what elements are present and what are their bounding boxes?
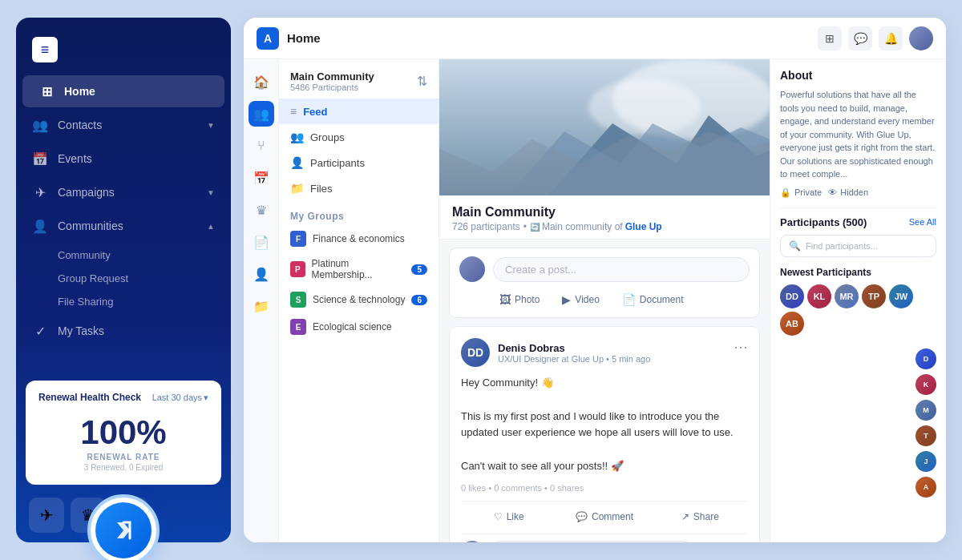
nav-label-campaigns: Campaigns (58, 186, 115, 199)
communities-icon: 👤 (32, 218, 48, 234)
ai-fab-button[interactable] (87, 494, 160, 560)
campaigns-arrow: ▼ (207, 188, 215, 197)
menu-item-groups[interactable]: 👥 Groups (279, 124, 439, 150)
right-avatar-5: J (916, 451, 936, 472)
logo-icon: ≡ (32, 37, 58, 62)
community-menu-toggle[interactable]: ⇅ (417, 74, 427, 89)
health-card-percent: 100% (38, 416, 208, 449)
topbar-chat-icon[interactable]: 💬 (848, 26, 872, 50)
avatar-3: MR (835, 284, 859, 308)
icon-nav-home[interactable]: 🏠 (249, 69, 274, 95)
topbar-actions: ⊞ 💬 🔔 (818, 26, 933, 50)
post-comment-btn[interactable]: 💬 Comment (556, 508, 652, 526)
nav-label-communities: Communities (58, 220, 123, 232)
sidebar-item-community[interactable]: Community (58, 244, 231, 267)
science-badge: 6 (411, 295, 427, 305)
post-document-btn[interactable]: 📄 Document (616, 290, 690, 309)
sidebar-item-campaigns[interactable]: ✈ Campaigns ▼ (16, 176, 231, 208)
community-info-bar: Main Community 726 participants • 🔄 Main… (439, 195, 770, 240)
about-section: About Powerful solutions that have all t… (780, 69, 936, 198)
post-create-placeholder[interactable]: Create a post... (493, 257, 750, 282)
sidebar-item-group-request[interactable]: Group Request (58, 267, 231, 290)
icon-navigation: 🏠 👥 ⑂ 📅 ♛ 📄 👤 📁 (244, 59, 279, 542)
comment-avatar (461, 541, 483, 542)
icon-nav-document[interactable]: 📄 (249, 229, 274, 255)
post-share-btn[interactable]: ↗ Share (653, 508, 748, 526)
topbar-bell-icon[interactable]: 🔔 (879, 26, 903, 50)
photo-icon: 🖼 (499, 293, 511, 306)
post-video-btn[interactable]: ▶ Video (556, 290, 605, 309)
comment-input-row: Write a comment... 😊 📷 📎 (461, 534, 748, 542)
participants-header: Participants (500) See All (780, 216, 936, 228)
post-action-buttons: 🖼 Photo ▶ Video 📄 Document (459, 290, 750, 309)
main-panel: A Home ⊞ 💬 🔔 🏠 👥 ⑂ 📅 ♛ 📄 👤 📁 Main Comm (244, 18, 946, 542)
group-item-science[interactable]: S Science & technology 6 (279, 286, 439, 313)
sidebar-item-home[interactable]: ⊞ Home (22, 75, 224, 107)
search-icon: 🔍 (789, 240, 801, 252)
icon-nav-branch[interactable]: ⑂ (249, 133, 274, 159)
hidden-icon: 👁 (828, 187, 837, 197)
avatar-2: KL (807, 284, 831, 308)
menu-item-files[interactable]: 📁 Files (279, 175, 439, 201)
health-card-sub-text: 3 Renewed, 0 Expired (38, 463, 208, 472)
group-item-platinum[interactable]: P Platinum Membership... 5 (279, 252, 439, 286)
post-footer: ♡ Like 💬 Comment ↗ Share (461, 501, 748, 526)
icon-nav-people[interactable]: 👤 (249, 261, 274, 287)
health-card-rate-label: RENEWAL RATE (38, 453, 208, 461)
home-icon: ⊞ (38, 83, 55, 99)
post-photo-btn[interactable]: 🖼 Photo (493, 290, 546, 309)
divider (780, 207, 936, 208)
newest-avatars: DD KL MR TP JW AB (780, 284, 936, 336)
left-community-menu: Main Community 5486 Participants ⇅ ≡ Fee… (279, 59, 439, 542)
post-create-box: Create a post... 🖼 Photo ▶ Video 📄 Docum… (449, 248, 760, 318)
group-item-ecological[interactable]: E Ecological science (279, 313, 439, 340)
menu-item-participants[interactable]: 👤 Participants (279, 150, 439, 175)
contacts-icon: 👥 (32, 117, 48, 133)
participant-search[interactable]: 🔍 Find participants... (780, 235, 936, 257)
bottom-campaigns-icon[interactable]: ✈ (29, 498, 64, 533)
post-author-name: Denis Dobras (498, 342, 650, 354)
communities-arrow: ▲ (207, 222, 215, 231)
about-title: About (780, 69, 936, 82)
sidebar-item-tasks[interactable]: ✓ My Tasks (16, 315, 231, 347)
icon-nav-community[interactable]: 👥 (249, 101, 274, 127)
sidebar-logo: ≡ (16, 30, 231, 75)
about-text: Powerful solutions that have all the too… (780, 88, 936, 181)
svg-point-2 (588, 79, 701, 135)
health-check-card: Renewal Health Check Last 30 days ▾ 100%… (26, 381, 221, 485)
newest-participants-title: Newest Participants (780, 267, 936, 278)
sidebar-item-events[interactable]: 📅 Events (16, 143, 231, 175)
post-like-btn[interactable]: ♡ Like (461, 508, 556, 526)
community-meta-link[interactable]: Glue Up (625, 221, 662, 232)
health-card-period[interactable]: Last 30 days ▾ (152, 393, 208, 403)
right-avatar-1: D (916, 348, 936, 369)
about-badges: 🔒 Private 👁 Hidden (780, 187, 936, 198)
participant-search-text: Find participants... (806, 241, 878, 251)
see-all-link[interactable]: See All (909, 217, 936, 227)
community-header: Main Community 5486 Participants ⇅ (279, 71, 439, 99)
group-item-finance[interactable]: F Finance & economics (279, 225, 439, 252)
contacts-arrow: ▼ (207, 121, 215, 130)
topbar: A Home ⊞ 💬 🔔 (244, 18, 946, 59)
icon-nav-calendar[interactable]: 📅 (249, 165, 274, 191)
menu-item-feed[interactable]: ≡ Feed (279, 99, 439, 124)
community-meta: 726 participants • 🔄 Main community of G… (452, 221, 757, 232)
sidebar-navigation: ⊞ Home 👥 Contacts ▼ 📅 Events ✈ Campaigns… (16, 75, 231, 371)
right-avatar-6: A (916, 477, 936, 498)
content-layout: 🏠 👥 ⑂ 📅 ♛ 📄 👤 📁 Main Community 5486 Part… (244, 59, 946, 542)
nav-label-home: Home (64, 85, 95, 98)
feed-post: DD Denis Dobras UX/UI Designer at Glue U… (449, 326, 760, 542)
icon-nav-crown[interactable]: ♛ (249, 197, 274, 223)
topbar-avatar[interactable] (909, 26, 933, 50)
participants-title: Participants (500) (780, 216, 867, 228)
sidebar-item-file-sharing[interactable]: File Sharing (58, 290, 231, 313)
sidebar-item-contacts[interactable]: 👥 Contacts ▼ (16, 109, 231, 141)
sidebar: ≡ ⊞ Home 👥 Contacts ▼ 📅 Events ✈ Campaig… (16, 18, 231, 542)
icon-nav-folder[interactable]: 📁 (249, 293, 274, 319)
comment-input[interactable]: Write a comment... (490, 541, 694, 542)
post-create-avatar (459, 256, 485, 282)
community-header-count: 5486 Participants (290, 83, 374, 92)
post-options-icon[interactable]: ⋯ (734, 338, 748, 356)
topbar-grid-icon[interactable]: ⊞ (818, 26, 842, 50)
sidebar-item-communities[interactable]: 👤 Communities ▲ (16, 210, 231, 242)
